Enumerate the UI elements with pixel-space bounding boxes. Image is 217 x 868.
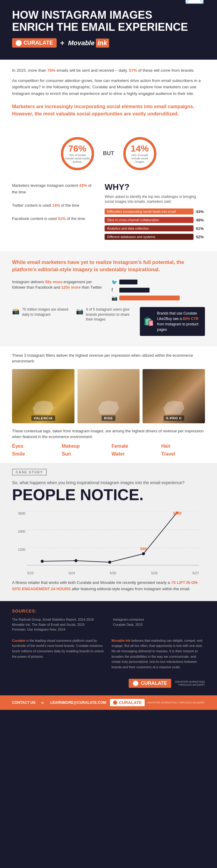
bars-visual: 🐦 f 📷 [112,279,205,301]
header: ✉️ HOW INSTAGRAM IMAGES ENRICH THE EMAIL… [0,0,217,60]
intro-section: In 2015, more than 76% emails will be se… [0,60,217,131]
x-label-523: 5/23 [27,571,33,575]
x-label-527: 5/27 [193,571,199,575]
stat-circle-76: 76% 76% of emails include social media b… [61,137,94,170]
shopping-bag-icon: 🛍️ [144,315,154,328]
source-3: Forrester, Use Instagram Now, 2014 [12,627,104,632]
sources-section: SOURCES: The Radicati Group, Email Stati… [0,601,217,695]
sources-left: The Radicati Group, Email Statistics Rep… [12,617,104,632]
challenge-pct-4: 52% [196,235,205,239]
curalate-logo: CURALATE [12,38,57,48]
contact-link[interactable]: CONTACT US [12,701,36,705]
case-badge: CASE STUDY [12,469,47,475]
editorial-section: While email marketers have yet to realiz… [0,251,217,346]
source-1: The Radicati Group, Email Statistics Rep… [12,617,104,622]
footer-logo: CURALATE [110,699,145,706]
footer: CONTACT US ▶ LEARNMORE@CURALATE.COM CURA… [0,695,217,710]
tag-makeup: Makeup [62,443,105,449]
stat-pct-76: 76% [68,144,86,154]
tags-grid: Eyes Makeup Female Hair Smile Sun Water … [12,443,205,457]
y-axis: 3600 2400 1200 [12,512,27,566]
data-point-3 [108,561,111,564]
challenge-label-2: Silos in cross-channel collaboration [104,217,193,223]
envelope-icon: ✉️ [184,0,205,7]
brand-ctr-text: Brands that use Curalate Like2Buy see a … [157,311,201,332]
challenge-bar-2: Silos in cross-channel collaboration 49% [104,217,205,223]
fact-text-2: 4 of 5 Instagram users give brands permi… [86,307,134,322]
page-title: HOW INSTAGRAM IMAGES ENRICH THE EMAIL EX… [12,9,205,33]
bottom-curalate-logo: CURALATE [129,679,171,688]
case-title: PEOPLE NOTICE. [12,487,205,502]
fact-text-1: 70 million images are shared daily to In… [22,307,70,317]
curalate-icon [16,40,22,46]
filter-label-rise: RISE [101,415,116,421]
source-5: Curalate Data, 2015 [113,622,205,627]
bar-fill-instagram [119,296,180,300]
x-label-524: 5/24 [68,571,75,575]
camera-icon: 📸 [12,307,20,315]
tag-smile: Smile [12,451,56,457]
source-4: Instagram.com/press [113,617,205,622]
data-label-3460: 3460 [173,512,182,516]
sources-right: Instagram.com/press Curalate Data, 2015 [113,617,205,632]
filter-xpro: X-PRO II [143,369,205,423]
tag-sun: Sun [62,451,105,457]
challenge-label-1: Difficulties incorporating social feeds … [104,209,193,215]
footer-logo-text: CURALATE [119,700,142,705]
filter-label-xpro: X-PRO II [164,415,184,421]
footer-links: CONTACT US ▶ LEARNMORE@CURALATE.COM [12,701,106,705]
logos-row: CURALATE + Movable Ink [12,38,205,48]
challenge-pct-2: 49% [196,218,205,222]
about-movable: Movable Ink believes that marketing can … [112,638,205,670]
data-label-500: 500 [140,547,147,551]
y-label-3600: 3600 [12,512,27,515]
learn-link[interactable]: LEARNMORE@CURALATE.COM [50,701,106,705]
bottom-logo-text: CURALATE [141,681,167,686]
highlight-statement: Marketers are increasingly incorporating… [12,103,205,118]
data-point-2 [74,559,78,562]
ink-label: Ink [96,38,109,48]
bar-row-twitter: 🐦 [112,279,205,285]
why-title: WHY? [104,182,205,192]
x-label-525: 5/25 [110,571,116,575]
shoe-shape-2 [98,399,119,414]
filter-rise: RISE [78,369,140,423]
bar-row-facebook: f [112,287,205,293]
filters-intro: These 3 Instagram filters deliver the hi… [12,352,205,364]
why-subtitle: When asked to identify the top two chall… [104,194,205,205]
facebook-usage: Facebook content is used 51% of the time [12,215,96,222]
twitter-icon: 🐦 [112,279,118,285]
tag-water: Water [112,451,155,457]
sources-title: SOURCES: [12,609,205,613]
filter-label-valencia: VALENCIA [31,415,55,421]
bar-fill-twitter [119,280,137,284]
editorial-title: While email marketers have yet to realiz… [12,259,205,273]
challenge-label-3: Analytics and data collection [104,225,193,231]
bottom-logo-area: CURALATE SMARTER MARKETINGTHROUGH IMAGER… [12,676,205,688]
filter-valencia: VALENCIA [12,369,74,423]
brand-ctr: 🛍️ Brands that use Curalate Like2Buy see… [140,307,205,336]
case-study-section: CASE STUDY So, what happens when you bri… [0,463,217,601]
chart-container: 3600 2400 1200 500 [12,508,205,575]
page-wrapper: ✉️ HOW INSTAGRAM IMAGES ENRICH THE EMAIL… [0,0,217,710]
filters-section: These 3 Instagram filters deliver the hi… [0,346,217,463]
shoe-shape-3 [163,399,184,414]
case-question: So, what happens when you bring inspirat… [12,480,205,485]
challenge-pct-3: 51% [196,226,205,231]
engagement-stats: Instagram delivers 58x more engagement p… [12,279,105,292]
data-point-4 [142,552,145,555]
y-label-2400: 2400 [12,530,27,533]
stats-row: 76% 76% of emails include social media b… [0,131,217,176]
tag-female: Female [112,443,155,449]
why-right: WHY? When asked to identify the top two … [104,182,205,243]
engagement-item-1: Instagram delivers 58x more engagement p… [12,279,105,290]
footer-right: CURALATE SMARTER MARKETING THROUGH IMAGE… [110,699,205,706]
stat-label-14: 14% of emails include social images [126,154,154,163]
photo-icon: 📷 [76,307,84,315]
plus-sign: + [60,39,64,47]
fact-item-2: 📷 4 of 5 Instagram users give brands per… [76,307,134,336]
sources-cols: The Radicati Group, Email Statistics Rep… [12,617,205,632]
chart-svg: 500 3460 [27,512,199,566]
why-section: Marketers leverage Instagram content 43%… [0,176,217,252]
engagement-row: Instagram delivers 58x more engagement p… [12,279,205,301]
